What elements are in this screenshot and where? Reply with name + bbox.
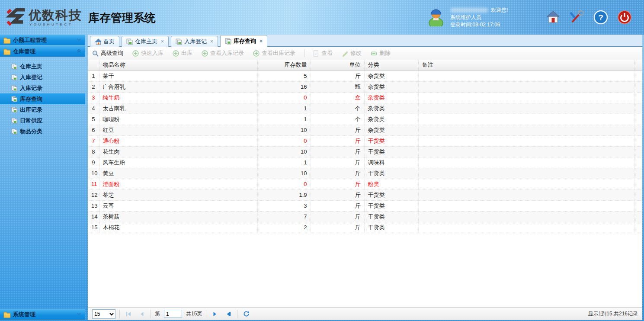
help-icon[interactable]: ? [593,10,608,25]
cell-category: 干货类 [364,222,418,233]
last-page-button[interactable] [224,309,233,319]
sidebar-item-出库记录[interactable]: 出库记录 [0,104,85,115]
toolbar-button-查看: 查看 [304,49,333,57]
table-row[interactable]: 1莱干5斤杂货类 [88,71,642,81]
table-row[interactable]: 7通心粉0斤干货类 [88,135,642,146]
sidebar-item-label: 出库记录 [20,106,42,114]
toolbar-button-查看出库记录: 查看出库记录 [253,49,295,57]
next-page-button[interactable] [210,309,220,319]
table-row[interactable]: 9风车生粉1斤调味料 [88,157,642,168]
table-row[interactable]: 15木棉花2斤干货类 [88,222,642,233]
toolbar-button-修改: 修改 [342,49,362,57]
close-tab-icon[interactable]: × [161,39,164,45]
page-number-input[interactable] [164,310,182,318]
sidebar-item-库存查询[interactable]: 库存查询 [0,93,85,104]
cell-index: 15 [88,222,99,233]
sidebar-item-物品分类[interactable]: 物品分类 [0,126,85,137]
sidebar-group-0[interactable]: 小额工程管理 [0,35,85,46]
sidebar-item-label: 仓库主页 [20,63,42,71]
column-header-库存数量[interactable]: 库存数量 [257,60,311,71]
sidebar-group-2[interactable]: 系统管理 [0,309,85,320]
table-row[interactable]: 8花生肉10斤干货类 [88,146,642,157]
toolbar-button-label: 查看入库记录 [210,49,244,57]
close-tab-icon[interactable]: × [260,38,263,44]
cell-qty: 0 [257,135,311,146]
power-icon[interactable] [617,10,632,25]
cell-qty: 1.9 [257,189,311,200]
column-header-备注[interactable]: 备注 [418,60,634,71]
toolbar-button-高级查询[interactable]: 高级查询 [92,49,123,57]
cell-name: 莱干 [99,71,257,81]
table-row[interactable]: 12苓芝1.9斤干货类 [88,189,642,200]
cell-remark [418,92,634,103]
chev-up-double [76,48,82,54]
cell-remark [418,157,634,168]
login-time: 登录时间:03-02 17:06 [450,21,508,29]
table-row[interactable]: 6红豆10斤杂货类 [88,125,642,135]
table-row[interactable]: 2广合府乳16瓶杂货类 [88,81,642,92]
chev-down [76,37,82,42]
cell-name: 红豆 [99,125,257,135]
tab-入库登记[interactable]: 入库登记× [171,36,218,47]
cell-remark [418,81,634,92]
table-row[interactable]: 5咖哩粉1个杂货类 [88,114,642,125]
cell-spacer [634,146,642,157]
logo-subtext: YOUSHUTECT [29,22,82,26]
table-row[interactable]: 11澄面粉0斤粉类 [88,179,642,189]
cell-name: 通心粉 [99,135,257,146]
column-header-分类[interactable]: 分类 [364,60,418,71]
cell-spacer [634,92,642,103]
prev-page-button[interactable] [137,309,147,319]
doc-icon [313,50,319,57]
cell-index: 7 [88,135,99,146]
cell-qty: 10 [257,146,311,157]
cell-remark [418,146,634,157]
table-row[interactable]: 3纯牛奶0盒杂货类 [88,92,642,103]
sidebar-submenu: 仓库主页入库登记入库记录库存查询出库记录日常供应物品分类 [0,57,85,139]
table-header-row: 物品名称库存数量单位分类备注 [88,60,642,71]
toolbar-button-label: 快速入库 [141,49,163,57]
sidebar-item-日常供应[interactable]: 日常供应 [0,115,85,126]
user-info: 欢迎您! 系统维护人员 登录时间:03-02 17:06 [426,6,528,29]
cell-remark [418,211,634,222]
sidebar-item-仓库主页[interactable]: 仓库主页 [0,61,85,72]
home-icon[interactable] [546,10,561,25]
column-header-物品名称[interactable]: 物品名称 [99,60,257,71]
sidebar: 小额工程管理仓库管理仓库主页入库登记入库记录库存查询出库记录日常供应物品分类系统… [0,35,85,320]
close-tab-icon[interactable]: × [210,39,213,45]
table-row[interactable]: 13云耳3斤干货类 [88,200,642,211]
refresh-icon[interactable] [241,309,251,319]
sidebar-item-入库记录[interactable]: 入库记录 [0,83,85,93]
tab-首页[interactable]: 首页 [90,36,119,47]
cell-unit: 斤 [311,125,364,135]
cell-category: 干货类 [364,189,418,200]
table-row[interactable]: 14茶树菇7斤干货类 [88,211,642,222]
pages-icon [225,38,231,45]
cell-spacer [634,81,642,92]
sidebar-group-1[interactable]: 仓库管理 [0,46,85,57]
home-tab-icon [95,39,101,45]
inventory-grid-area: 物品名称库存数量单位分类备注1莱干5斤杂货类2广合府乳16瓶杂货类3纯牛奶0盒杂… [88,60,642,307]
cell-unit: 斤 [311,179,364,189]
table-row[interactable]: 10黄豆10斤干货类 [88,168,642,179]
cell-name: 木棉花 [99,222,257,233]
cell-category: 杂货类 [364,114,418,125]
cell-unit: 斤 [311,211,364,222]
sidebar-item-入库登记[interactable]: 入库登记 [0,72,85,83]
tab-库存查询[interactable]: 库存查询× [220,35,267,47]
tab-仓库主页[interactable]: 仓库主页× [122,36,169,47]
cell-name: 花生肉 [99,146,257,157]
first-page-button[interactable] [124,309,133,319]
cell-index: 1 [88,71,99,81]
cell-unit: 瓶 [311,81,364,92]
cell-name: 云耳 [99,200,257,211]
logo-text: 优数科技 [29,9,82,22]
cell-category: 杂货类 [364,81,418,92]
page-size-select[interactable]: 15 [92,309,115,319]
cell-spacer [634,135,642,146]
column-header-单位[interactable]: 单位 [311,60,364,71]
cell-spacer [634,179,642,189]
tools-icon[interactable] [570,10,584,25]
table-row[interactable]: 4太古南乳1个杂货类 [88,103,642,114]
redacted-username [450,8,488,13]
